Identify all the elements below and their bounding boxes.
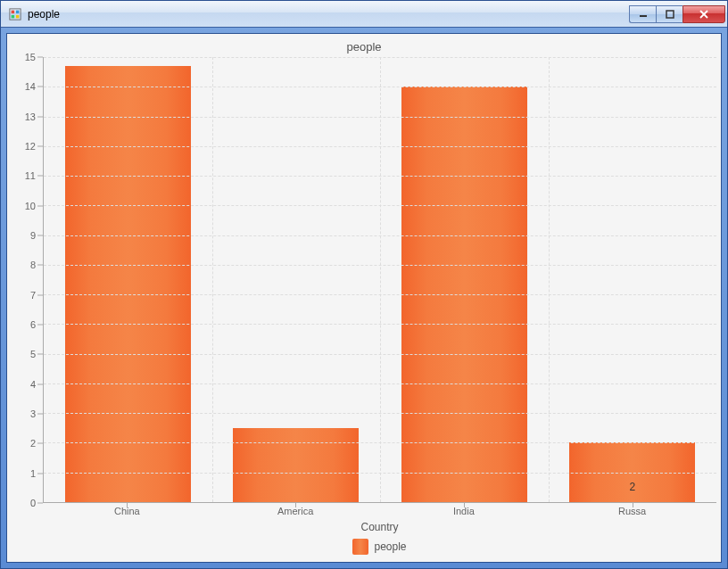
app-icon: [8, 7, 22, 21]
close-button[interactable]: [682, 5, 725, 23]
chart-title: people: [12, 38, 716, 57]
x-axis: ChinaAmericaIndiaRussa: [43, 503, 716, 519]
gridline-vertical: [212, 57, 213, 502]
y-tick-label: 15: [25, 52, 36, 62]
bar-slot: [212, 57, 381, 502]
legend: people: [12, 539, 716, 555]
chart-body: 0123456789101112131415 2: [12, 57, 716, 503]
y-tick-label: 9: [30, 230, 36, 241]
client-area: people 0123456789101112131415 2 ChinaAme…: [6, 33, 722, 563]
svg-rect-3: [12, 14, 15, 18]
y-tick-label: 13: [25, 111, 36, 122]
bar[interactable]: [65, 66, 191, 502]
legend-label: people: [374, 540, 406, 553]
minimize-button[interactable]: [629, 5, 656, 23]
gridline-vertical: [380, 57, 381, 502]
app-window: people people 0123456789101112131415: [0, 0, 728, 569]
x-tick-mark: [464, 502, 465, 507]
x-tick-mark: [127, 502, 128, 507]
y-tick-label: 1: [30, 468, 36, 479]
y-tick-label: 6: [30, 319, 36, 330]
bar-slot: [44, 57, 212, 502]
y-tick-label: 12: [25, 141, 36, 152]
y-tick-label: 10: [25, 201, 36, 211]
x-tick-mark: [633, 502, 633, 507]
x-tick-label: China: [43, 503, 211, 519]
bar-slot: [380, 57, 549, 502]
close-icon: [699, 10, 709, 19]
svg-rect-4: [16, 14, 20, 18]
x-tick-label: America: [211, 503, 380, 519]
svg-rect-6: [666, 11, 674, 18]
y-tick-label: 3: [30, 408, 36, 419]
window-controls: [629, 5, 725, 23]
svg-rect-5: [640, 15, 647, 17]
bar-data-label: 2: [629, 481, 635, 493]
x-axis-label: Country: [12, 519, 716, 539]
y-tick-label: 14: [25, 81, 36, 92]
x-tick-label: Russa: [548, 503, 716, 519]
y-axis: 0123456789101112131415: [12, 57, 43, 503]
y-tick-label: 11: [25, 170, 36, 181]
bar-slot: 2: [549, 57, 717, 502]
y-tick-label: 4: [30, 379, 36, 390]
y-tick-label: 2: [30, 438, 36, 449]
y-tick-label: 0: [30, 498, 36, 508]
minimize-icon: [638, 10, 649, 19]
svg-rect-2: [16, 10, 20, 13]
legend-swatch: [352, 539, 368, 555]
y-tick-label: 5: [30, 349, 36, 359]
x-tick-label: India: [380, 503, 549, 519]
x-tick-mark: [295, 502, 296, 507]
window-title: people: [28, 8, 629, 21]
gridline-vertical: [549, 57, 550, 502]
y-tick-label: 7: [30, 290, 36, 301]
maximize-icon: [665, 10, 675, 19]
svg-rect-1: [12, 10, 15, 13]
bar[interactable]: [233, 428, 359, 502]
plot-area: 2: [43, 57, 716, 503]
maximize-button[interactable]: [656, 5, 682, 23]
y-tick-label: 8: [30, 260, 36, 270]
titlebar[interactable]: people: [1, 1, 727, 28]
